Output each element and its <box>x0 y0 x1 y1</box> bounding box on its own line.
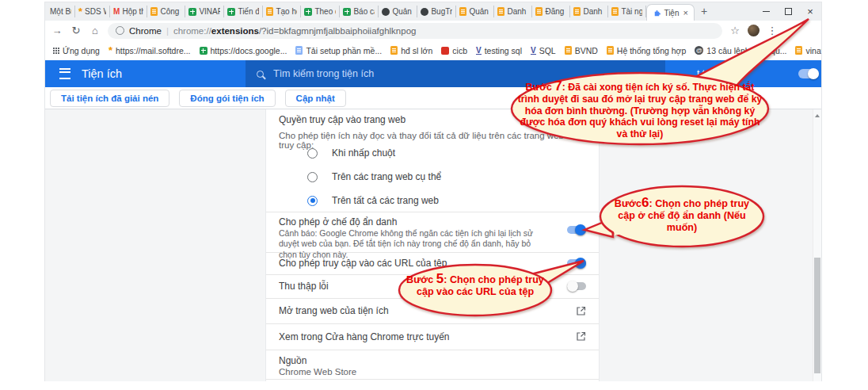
forward-icon[interactable]: → <box>51 25 63 36</box>
browser-tab[interactable]: Một Bư <box>47 6 75 17</box>
scrollbar-thumb[interactable] <box>814 258 820 373</box>
asterisk-favicon: * <box>108 48 112 54</box>
tab-label: Danh s <box>507 7 528 16</box>
incognito-toggle[interactable] <box>567 226 586 234</box>
tab-label: Quản l <box>392 7 413 16</box>
tab-close-icon[interactable]: × <box>683 8 688 17</box>
browser-menu-icon[interactable]: ⋮ <box>766 25 779 36</box>
tab-label: Đăng n <box>545 7 566 16</box>
document-favicon <box>150 7 158 16</box>
minimize-icon <box>763 11 770 12</box>
tab-label: Báo cá <box>353 7 375 16</box>
pack-extension-button[interactable]: Đóng gói tiện ích <box>179 90 275 107</box>
load-unpacked-button[interactable]: Tải tiện ích đã giải nén <box>50 90 169 107</box>
update-button[interactable]: Cập nhật <box>285 90 346 107</box>
document-favicon <box>795 46 802 55</box>
browser-tab[interactable]: Danh s <box>494 6 532 17</box>
error-collection-toggle[interactable] <box>567 282 586 290</box>
bookmark-item[interactable]: *https://mail.softdre... <box>108 46 191 55</box>
bookmark-star-icon[interactable]: ☆ <box>729 25 741 36</box>
open-website-row[interactable]: Mở trang web của tiện ích <box>266 298 599 324</box>
browser-tab[interactable]: Tạo hó <box>263 6 301 17</box>
tab-label: Tiện <box>664 9 679 17</box>
search-input[interactable] <box>272 67 512 80</box>
radio-option-on-click[interactable]: Khi nhấp chuột <box>307 141 395 165</box>
hamburger-menu-icon[interactable] <box>59 68 70 79</box>
tab-label: Danh s <box>583 7 604 16</box>
file-urls-toggle[interactable] <box>567 259 586 267</box>
at-circle-favicon: @ <box>695 46 703 55</box>
bookmark-item[interactable]: Vtesting sql <box>476 46 522 55</box>
address-bar[interactable]: Chrome | chrome://extensions/?id=bkfagmn… <box>108 23 722 39</box>
bookmark-label: https://docs.google... <box>211 46 287 55</box>
restore-button[interactable] <box>777 2 799 21</box>
bookmark-item[interactable]: hđ sl lớn <box>390 46 432 55</box>
browser-tab[interactable]: *SDS We <box>75 6 110 17</box>
bookmark-item[interactable]: Ứng dụng <box>53 46 100 55</box>
browser-tab[interactable]: Đăng n <box>532 6 570 17</box>
browser-tab[interactable]: BugTra <box>417 6 456 17</box>
external-link-icon[interactable] <box>576 306 586 316</box>
tab-label: SDS We <box>85 7 106 16</box>
document-favicon <box>535 7 542 16</box>
home-icon[interactable]: ⌂ <box>89 25 101 36</box>
browser-tab[interactable]: VINAFR <box>185 6 224 17</box>
site-info-icon[interactable] <box>116 26 124 35</box>
browser-tab[interactable]: Công t <box>147 6 185 17</box>
bookmark-item[interactable]: Hệ thống tổng hợp <box>607 46 686 55</box>
browser-tab[interactable]: Báo cá <box>340 6 379 17</box>
tab-label: Hộp th <box>122 7 143 16</box>
tabs: Một Bư*SDS WeMHộp thCông tVINAFRTiến đTạ… <box>47 2 695 21</box>
document-favicon <box>565 46 572 55</box>
file-urls-label: Cho phép truy cập vào các URL của tệp <box>279 258 447 269</box>
reload-icon[interactable]: ↻ <box>70 25 82 36</box>
active-tab[interactable]: Tiện× <box>646 4 695 21</box>
document-favicon <box>459 7 466 16</box>
radio-icon[interactable] <box>307 148 318 159</box>
red-badge-favicon <box>441 47 449 55</box>
bookmark-item[interactable]: vinafriegth <box>795 46 821 55</box>
bookmark-item[interactable]: Tải setup phần mề... <box>295 46 382 55</box>
minimize-button[interactable] <box>755 2 777 21</box>
bookmark-item[interactable]: VSQL <box>531 46 556 55</box>
radio-icon[interactable] <box>307 196 318 206</box>
external-link-icon[interactable] <box>576 331 586 342</box>
browser-tab[interactable]: Danh s <box>570 6 608 17</box>
new-tab-button[interactable]: + <box>701 5 707 17</box>
browser-tab[interactable]: MHộp th <box>110 6 147 17</box>
bookmark-label: 13 câu lệnh SQL qu... <box>706 46 786 55</box>
bookmark-item[interactable]: cicb <box>441 46 467 55</box>
radio-option-specific-sites[interactable]: Trên các trang web cụ thể <box>307 165 441 189</box>
bookmark-label: hđ sl lớn <box>401 46 432 55</box>
restore-icon <box>785 8 792 15</box>
tab-label: VINAFR <box>199 7 220 16</box>
profile-avatar[interactable] <box>748 25 760 36</box>
browser-tab[interactable]: Theo d <box>301 6 340 17</box>
document-favicon <box>497 7 504 16</box>
developer-mode-toggle[interactable] <box>798 69 819 78</box>
spreadsheet-favicon <box>200 47 207 55</box>
bookmark-label: cicb <box>452 46 467 55</box>
view-in-store-row[interactable]: Xem trong Cửa hàng Chrome trực tuyến <box>266 323 599 350</box>
bookmark-item[interactable]: BVND <box>565 46 598 55</box>
scroll-up-icon[interactable] <box>815 114 820 117</box>
bookmark-item[interactable]: https://docs.google... <box>200 46 287 55</box>
close-button[interactable]: × <box>799 2 821 21</box>
browser-tab[interactable]: Quản l <box>456 6 494 17</box>
url-app-label: Chrome <box>129 26 162 36</box>
error-collection-label: Thu thập lỗi <box>279 281 329 292</box>
browser-tab[interactable]: Tài ngu <box>608 6 646 17</box>
tab-label: Theo d <box>314 7 336 16</box>
document-favicon <box>573 7 581 16</box>
browser-tab[interactable]: Tiến đ <box>224 6 263 17</box>
open-website-label: Mở trang web của tiện ích <box>279 305 389 316</box>
bookmark-item[interactable]: @13 câu lệnh SQL qu... <box>695 46 786 55</box>
apps-grid-icon <box>53 48 59 54</box>
radio-option-all-sites[interactable]: Trên tất cả các trang web <box>307 189 439 212</box>
tab-strip: Một Bư*SDS WeMHộp thCông tVINAFRTiến đTạ… <box>45 2 821 21</box>
scrollbar[interactable] <box>813 109 821 381</box>
browser-tab[interactable]: Quản l <box>379 6 417 17</box>
tab-label: Tài ngu <box>621 7 642 16</box>
bookmark-label: https://mail.softdre... <box>116 46 191 55</box>
radio-icon[interactable] <box>307 172 318 182</box>
